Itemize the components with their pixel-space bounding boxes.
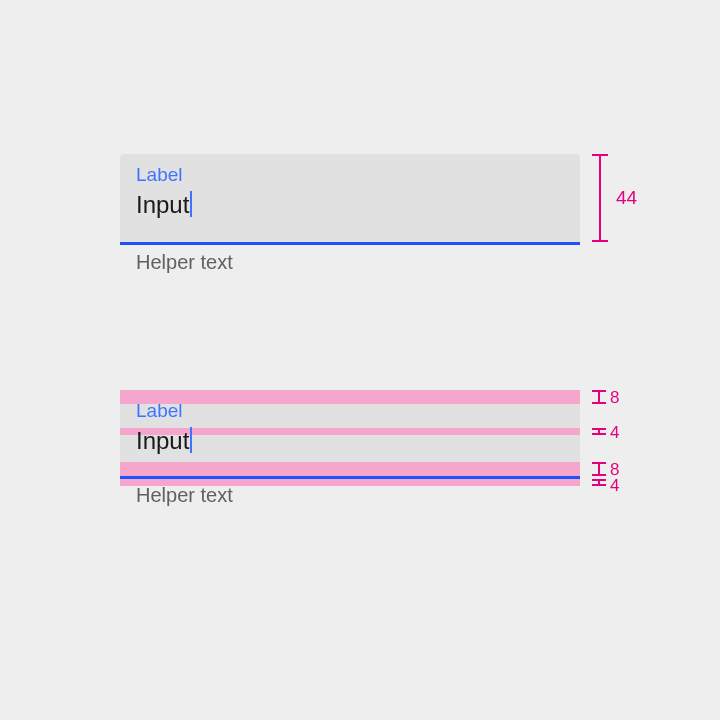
field-label: Label bbox=[136, 400, 564, 422]
field-helper-text: Helper text bbox=[120, 484, 580, 507]
text-field-surface[interactable]: Label Input bbox=[120, 154, 580, 242]
spacing-band-helper-gap bbox=[120, 479, 580, 486]
caliper-icon bbox=[592, 428, 606, 435]
spacing-measure-helper-gap: 4 bbox=[592, 479, 672, 486]
caliper-icon bbox=[592, 479, 606, 486]
field-label: Label bbox=[136, 164, 564, 186]
caliper-icon bbox=[592, 390, 606, 404]
measurement-value: 8 bbox=[610, 388, 619, 408]
text-field-surface[interactable]: Label Input bbox=[120, 390, 580, 478]
field-input[interactable]: Input bbox=[136, 191, 564, 219]
spec-diagram: Label Input Helper text 44 Label Input bbox=[0, 0, 720, 720]
measurement-value: 44 bbox=[616, 187, 637, 209]
spacing-measure-bottom: 8 bbox=[592, 462, 672, 476]
text-field-example-annotated: Label Input Helper text bbox=[120, 390, 580, 507]
spacing-band-bottom bbox=[120, 462, 580, 476]
field-helper-text: Helper text bbox=[120, 251, 580, 274]
text-caret-icon bbox=[190, 191, 192, 217]
field-underline bbox=[120, 242, 580, 245]
spacing-measure-label-gap: 4 bbox=[592, 428, 672, 435]
caliper-icon bbox=[592, 462, 606, 476]
spacing-measure-top: 8 bbox=[592, 390, 672, 404]
measurement-value: 4 bbox=[610, 476, 619, 496]
measurement-value: 4 bbox=[610, 423, 619, 443]
text-caret-icon bbox=[190, 427, 192, 453]
input-value-text: Input bbox=[136, 427, 189, 455]
text-field-example-clean: Label Input Helper text bbox=[120, 154, 580, 274]
caliper-icon bbox=[592, 154, 608, 242]
field-input[interactable]: Input bbox=[136, 427, 564, 455]
input-value-text: Input bbox=[136, 191, 189, 219]
height-measurement: 44 bbox=[592, 154, 652, 242]
